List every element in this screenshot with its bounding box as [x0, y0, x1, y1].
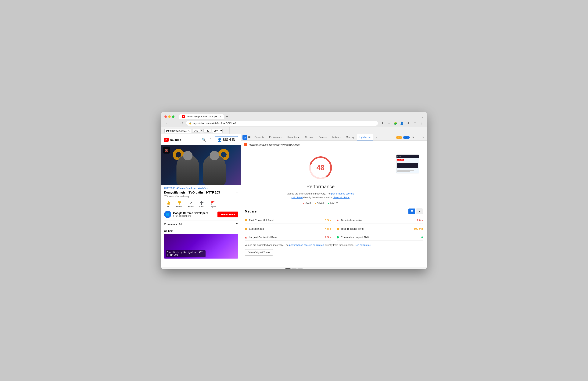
bookmark-button[interactable]: ☆	[386, 121, 391, 126]
share-button[interactable]: ⬆	[380, 121, 385, 126]
tab-recorder[interactable]: Recorder ▲	[285, 134, 303, 140]
tag-webdev[interactable]: #WebDev	[198, 187, 208, 190]
up-next-overlay: The History Navigation API. HTTP 203	[166, 250, 206, 257]
metric-cls: Cumulative Layout Shift 0	[337, 234, 423, 241]
person-button[interactable]: 👤	[399, 121, 404, 126]
thumb-lines	[397, 170, 418, 173]
refresh-button[interactable]: ↺	[179, 121, 184, 126]
tab-memory[interactable]: Memory	[343, 134, 357, 140]
dislike-button[interactable]: 👎 Dislike	[174, 200, 185, 208]
close-button[interactable]	[165, 115, 167, 118]
screenshot-thumbnail: ▶ YouTube	[396, 155, 419, 174]
share-icon: ↗	[189, 201, 192, 205]
download-button[interactable]: ⬇	[406, 121, 411, 126]
tab-lighthouse[interactable]: Lighthouse	[357, 134, 373, 140]
up-next-thumbnail[interactable]: The History Navigation API. HTTP 203	[164, 234, 238, 259]
device-mode-button[interactable]: ⊡	[242, 135, 247, 140]
footer-calc-link[interactable]: See calculator.	[355, 244, 371, 247]
sidebar-button[interactable]: ☰	[412, 121, 417, 126]
url-bar[interactable]: 🔒 m.youtube.com/watch?v=9qen5CKjUe8	[186, 121, 378, 126]
forward-button[interactable]: →	[172, 121, 177, 126]
gauge-score: 48	[316, 164, 324, 172]
channel-avatar: 🌐	[164, 211, 171, 218]
lock-icon: 🔒	[189, 122, 191, 125]
thumb-line-1	[397, 170, 414, 171]
url-actions: ⬆ ☆ 🧩 👤 ⬇ ☰ ⋮	[380, 121, 423, 126]
lighthouse-url-bar: https://m.youtube.com/watch?v=9qen5CKjUe…	[241, 141, 427, 149]
expand-icon[interactable]: ⌄	[236, 191, 238, 194]
tab-console[interactable]: Console	[302, 134, 316, 140]
menu-icon[interactable]: ⋮	[209, 138, 212, 142]
device-select[interactable]: Dimensions: Sams...	[165, 129, 191, 133]
share-button[interactable]: ↗ Share	[186, 200, 196, 208]
tab-elements[interactable]: Elements	[252, 134, 267, 140]
warning-badge: ⚠ 1	[396, 136, 402, 139]
scroll-dots	[285, 268, 303, 269]
back-button[interactable]: ←	[165, 121, 170, 126]
save-button[interactable]: ➕ Save	[197, 200, 206, 208]
channel-subs: 671K subscribers	[173, 215, 216, 217]
video-info: #HTTP203 #ChromeDeveloper #WebDev Demyst…	[161, 185, 241, 260]
account-icon: 👤	[217, 138, 222, 142]
subscribe-button[interactable]: SUBSCRIBE	[217, 212, 238, 217]
thumb-video	[397, 163, 418, 168]
tti-indicator	[337, 219, 339, 221]
video-player[interactable]: 🔇	[161, 145, 241, 185]
up-next-label: Up next	[164, 229, 238, 232]
maximize-button[interactable]	[172, 115, 174, 118]
more-devtools-button[interactable]: ⋮	[416, 135, 420, 140]
thumb-header	[397, 155, 419, 158]
view-original-trace-button[interactable]: View Original Trace	[245, 249, 273, 255]
up-next-subtitle: HTTP 203	[167, 254, 204, 256]
tab-close-button[interactable]: ×	[220, 115, 221, 118]
active-tab[interactable]: Demystifyingish SVG paths | H... ×	[179, 114, 224, 119]
footer-perf-link[interactable]: performance score is calculated	[289, 244, 324, 247]
tab-sources[interactable]: Sources	[316, 134, 330, 140]
settings-button[interactable]: ⚙	[411, 135, 415, 140]
sign-in-button[interactable]: 👤 SIGN IN	[215, 136, 238, 143]
metrics-view-toggle: ☰ ≡	[408, 208, 423, 214]
address-bar: ← → ↺ 🔒 m.youtube.com/watch?v=9qen5CKjUe…	[161, 119, 427, 127]
lighthouse-more-button[interactable]: ⋮	[420, 143, 423, 147]
height-input[interactable]	[203, 129, 211, 133]
tag-http203[interactable]: #HTTP203	[164, 187, 175, 190]
device-toolbar-more[interactable]: ⋮	[224, 129, 228, 133]
fcp-indicator	[245, 219, 247, 221]
tabs-chevron[interactable]: ⌄	[421, 115, 423, 118]
youtube-header-actions: 🔍 ⋮ 👤 SIGN IN	[202, 136, 238, 143]
close-devtools-button[interactable]: ✕	[421, 135, 425, 140]
tab-performance[interactable]: Performance	[267, 134, 285, 140]
person-left	[177, 155, 199, 185]
search-icon[interactable]: 🔍	[202, 138, 206, 142]
url-text: m.youtube.com/watch?v=9qen5CKjUe8	[193, 122, 375, 125]
channel-name[interactable]: Google Chrome Developers	[173, 212, 216, 215]
tbt-indicator	[337, 228, 339, 230]
devtools-tabs: ⊡ ☰ Elements Performance Recorder ▲ Cons…	[241, 134, 427, 141]
like-button[interactable]: 👍 870	[164, 200, 173, 208]
person-head-right	[210, 151, 219, 160]
extensions-button[interactable]: 🧩	[393, 121, 398, 126]
width-input[interactable]	[192, 129, 200, 133]
report-button[interactable]: 🚩 Report	[208, 200, 218, 208]
calculator-link[interactable]: See calculator.	[333, 196, 350, 199]
list-view-button[interactable]: ☰	[408, 208, 415, 214]
more-button[interactable]: ⋮	[419, 121, 423, 126]
zoom-select[interactable]: 95%	[212, 129, 223, 133]
dislike-icon: 👎	[177, 201, 181, 205]
tab-more[interactable]: »	[373, 134, 380, 140]
comments-expand-icon[interactable]: ⌃	[236, 222, 238, 226]
tree-view-button[interactable]: ≡	[416, 208, 423, 214]
tab-network[interactable]: Network	[330, 134, 343, 140]
metrics-grid: First Contentful Paint 3.5 s Time to Int…	[245, 217, 423, 241]
mute-icon[interactable]: 🔇	[163, 147, 170, 154]
thumb-yt-logo: ▶ YouTube	[397, 159, 404, 160]
tag-chromedeveloper[interactable]: #ChromeDeveloper	[177, 187, 196, 190]
inspect-button[interactable]: ☰	[247, 135, 252, 140]
scroll-indicator	[161, 267, 427, 269]
minimize-button[interactable]	[168, 115, 171, 118]
new-tab-button[interactable]: +	[225, 114, 229, 119]
tbt-name: Total Blocking Time	[341, 227, 412, 230]
youtube-header: ▶ YouTube 🔍 ⋮ 👤 SIGN IN	[161, 134, 241, 145]
comments-row: Comments · 61 ⌃	[164, 220, 238, 228]
thumb-dot-1	[397, 156, 398, 157]
